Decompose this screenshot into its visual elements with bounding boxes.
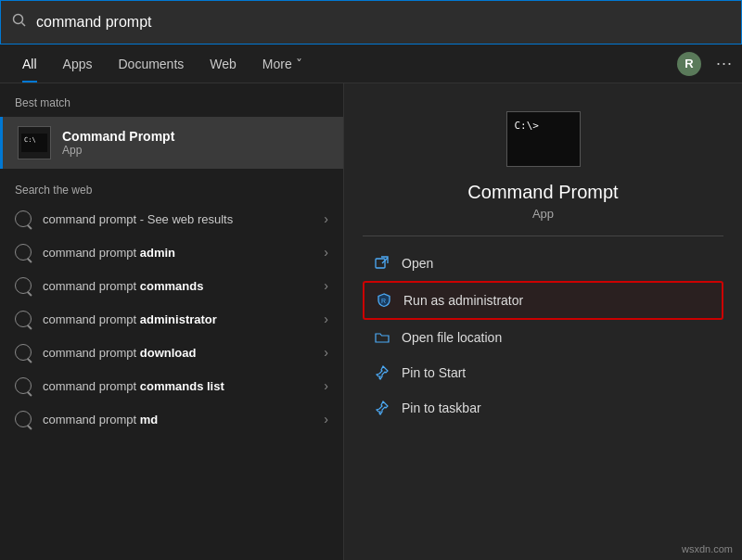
web-item-arrow-2: ›: [324, 278, 328, 293]
action-file-loc-label: Open file location: [402, 330, 502, 345]
watermark: wsxdn.com: [682, 543, 733, 554]
tab-web[interactable]: Web: [197, 45, 249, 83]
search-web-icon-4: [15, 344, 32, 361]
shield-icon: R: [376, 292, 392, 309]
web-item-text-1: command prompt admin: [43, 246, 324, 260]
svg-line-1: [22, 23, 26, 27]
action-run-as-admin[interactable]: R Run as administrator: [363, 281, 723, 320]
main-area: Best match Command Prompt App Search the…: [0, 83, 742, 560]
web-item-arrow-0: ›: [324, 211, 328, 226]
panel-divider: [363, 235, 723, 236]
best-match-label: Best match: [0, 83, 343, 115]
web-item-text-2: command prompt commands: [43, 279, 324, 293]
app-preview-icon: [506, 111, 581, 167]
tab-documents[interactable]: Documents: [105, 45, 197, 83]
web-item-arrow-3: ›: [324, 312, 328, 326]
action-pin-start-label: Pin to Start: [402, 365, 466, 380]
search-web-icon-3: [15, 311, 32, 327]
folder-icon: [374, 329, 390, 346]
svg-text:R: R: [381, 298, 386, 304]
web-item-arrow-4: ›: [324, 345, 328, 360]
action-admin-label: Run as administrator: [403, 293, 523, 308]
search-web-icon-6: [15, 411, 32, 427]
open-icon: [374, 255, 390, 272]
web-search-item-0[interactable]: command prompt - See web results ›: [0, 202, 343, 235]
right-app-type: App: [532, 207, 554, 221]
search-web-icon-5: [15, 377, 32, 394]
search-icon: [12, 13, 27, 32]
web-item-text-6: command prompt md: [43, 413, 324, 426]
search-web-icon-1: [15, 244, 32, 261]
search-web-icon-0: [15, 210, 32, 227]
tab-all[interactable]: All: [9, 45, 50, 83]
web-search-item-2[interactable]: command prompt commands ›: [0, 269, 343, 302]
web-section-label: Search the web: [0, 171, 343, 202]
web-search-item-6[interactable]: command prompt md ›: [0, 402, 343, 436]
search-input[interactable]: [36, 14, 730, 31]
action-pin-taskbar[interactable]: Pin to taskbar: [363, 390, 723, 426]
tab-more[interactable]: More ˅: [249, 45, 315, 83]
web-search-item-5[interactable]: command prompt commands list ›: [0, 369, 343, 402]
best-match-text: Command Prompt App: [62, 129, 174, 157]
right-panel: Command Prompt App Open: [343, 83, 742, 560]
search-web-icon-2: [15, 277, 32, 294]
tabs-bar: All Apps Documents Web More ˅ R ···: [0, 45, 742, 83]
web-item-arrow-6: ›: [324, 412, 328, 426]
more-options-button[interactable]: ···: [716, 54, 733, 73]
web-item-text-0: command prompt - See web results: [43, 212, 324, 226]
action-pin-start[interactable]: Pin to Start: [363, 355, 723, 390]
tabs-right-controls: R ···: [677, 52, 733, 76]
action-pin-taskbar-label: Pin to taskbar: [402, 401, 481, 415]
web-item-arrow-5: ›: [324, 378, 328, 393]
web-item-text-5: command prompt commands list: [43, 379, 324, 393]
best-match-name: Command Prompt: [62, 129, 174, 144]
best-match-type: App: [62, 144, 174, 157]
web-search-item-1[interactable]: command prompt admin ›: [0, 235, 343, 269]
pin-start-icon: [374, 364, 390, 381]
best-match-item[interactable]: Command Prompt App: [0, 117, 343, 169]
web-item-text-3: command prompt administrator: [43, 312, 324, 326]
svg-point-0: [14, 15, 23, 24]
web-item-text-4: command prompt download: [43, 346, 324, 360]
pin-taskbar-icon: [374, 400, 390, 416]
web-item-arrow-1: ›: [324, 245, 328, 260]
app-icon: [18, 126, 51, 159]
action-open-file-location[interactable]: Open file location: [363, 320, 723, 355]
left-panel: Best match Command Prompt App Search the…: [0, 83, 343, 560]
action-open-label: Open: [402, 256, 433, 271]
action-open[interactable]: Open: [363, 246, 723, 281]
right-app-name: Command Prompt: [467, 182, 618, 203]
web-search-item-3[interactable]: command prompt administrator ›: [0, 302, 343, 336]
cmd-icon-inner: [21, 134, 47, 152]
svg-rect-2: [376, 259, 385, 268]
tab-apps[interactable]: Apps: [50, 45, 106, 83]
action-list: Open R Run as administrator: [363, 246, 723, 426]
web-search-item-4[interactable]: command prompt download ›: [0, 336, 343, 369]
search-bar: [0, 0, 742, 45]
avatar[interactable]: R: [677, 52, 701, 76]
